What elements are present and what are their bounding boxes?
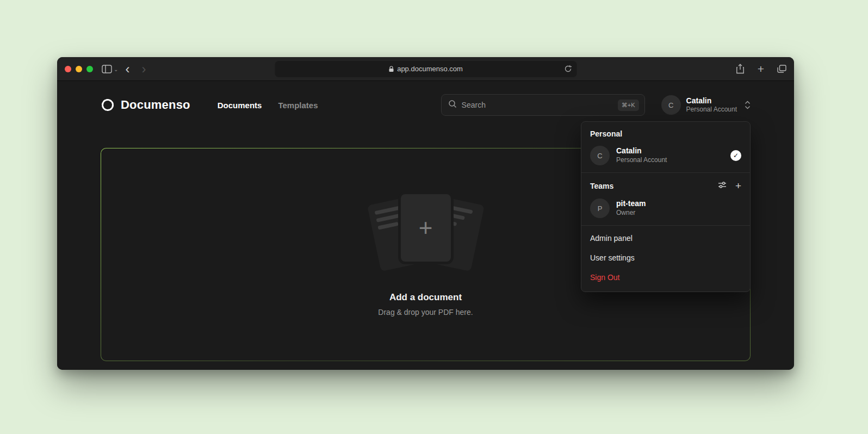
close-button[interactable] (65, 66, 71, 72)
team-role: Owner (616, 209, 646, 218)
forward-button: › (135, 63, 152, 76)
account-text: Catalin Personal Account (686, 96, 737, 114)
account-menu-trigger[interactable]: C Catalin Personal Account (661, 95, 751, 115)
personal-section-label: Personal (581, 122, 750, 143)
traffic-lights (65, 66, 93, 72)
lock-icon (388, 66, 394, 72)
documenso-logo-icon (101, 98, 115, 112)
team-avatar: P (590, 199, 610, 218)
personal-account-text: Catalin Personal Account (616, 146, 667, 164)
check-icon: ✓ (730, 150, 741, 161)
tab-overview-icon[interactable] (777, 65, 786, 73)
browser-window: ⌄ ‹ › app.documenso.com (57, 57, 794, 370)
create-team-icon[interactable]: + (735, 181, 741, 191)
browser-toolbar: ⌄ ‹ › app.documenso.com (57, 57, 794, 81)
personal-account-name: Catalin (616, 146, 667, 156)
plus-icon: + (419, 216, 433, 240)
nav-templates[interactable]: Templates (278, 101, 318, 110)
dropzone-title: Add a document (389, 292, 462, 303)
url-text: app.documenso.com (397, 65, 463, 73)
manage-teams-icon[interactable] (718, 181, 727, 190)
documents-illustration: + (366, 193, 486, 274)
menu-item-sign-out[interactable]: Sign Out (581, 268, 750, 287)
document-card-center: + (401, 194, 451, 262)
avatar: C (661, 95, 681, 115)
new-tab-icon[interactable]: + (758, 63, 764, 75)
zoom-button[interactable] (86, 66, 93, 72)
menu-divider (581, 225, 750, 226)
personal-account-type: Personal Account (616, 156, 667, 165)
sidebar-toggle-icon[interactable] (102, 65, 112, 73)
search-icon (448, 100, 457, 110)
account-type: Personal Account (686, 106, 737, 114)
menu-item-admin-panel[interactable]: Admin panel (581, 228, 750, 248)
toolbar-right-group: + (736, 63, 786, 75)
account-dropdown-menu: Personal C Catalin Personal Account ✓ Te… (581, 121, 751, 292)
personal-account-item[interactable]: C Catalin Personal Account ✓ (581, 143, 750, 172)
toolbar-left-group: ⌄ ‹ › (102, 63, 152, 76)
teams-section-label: Teams (590, 182, 613, 190)
account-name: Catalin (686, 96, 737, 106)
brand[interactable]: Documenso (101, 98, 190, 112)
minimize-button[interactable] (76, 66, 82, 72)
share-icon[interactable] (736, 64, 745, 74)
back-button[interactable]: ‹ (119, 63, 135, 76)
search-shortcut-badge: ⌘+K (618, 100, 639, 111)
search-bar[interactable]: ⌘+K (441, 94, 645, 116)
desktop-background: ⌄ ‹ › app.documenso.com (0, 0, 868, 434)
app-page: Documenso Documents Templates ⌘+K (57, 81, 794, 370)
chevron-up-down-icon (745, 100, 751, 110)
sidebar-chevron-icon[interactable]: ⌄ (114, 66, 118, 72)
team-name: pit-team (616, 199, 646, 209)
avatar: C (590, 146, 610, 165)
search-input[interactable] (462, 101, 613, 109)
dropzone-subtitle: Drag & drop your PDF here. (378, 308, 473, 317)
team-text: pit-team Owner (616, 199, 646, 217)
menu-item-user-settings[interactable]: User settings (581, 248, 750, 268)
team-item[interactable]: P pit-team Owner (581, 196, 750, 225)
address-bar[interactable]: app.documenso.com (275, 61, 576, 77)
nav-documents[interactable]: Documents (218, 101, 262, 110)
teams-section-header: Teams + (581, 173, 750, 196)
teams-actions: + (718, 181, 741, 191)
reload-icon[interactable] (564, 65, 572, 75)
main-nav: Documents Templates (218, 101, 318, 110)
brand-name: Documenso (121, 98, 190, 112)
